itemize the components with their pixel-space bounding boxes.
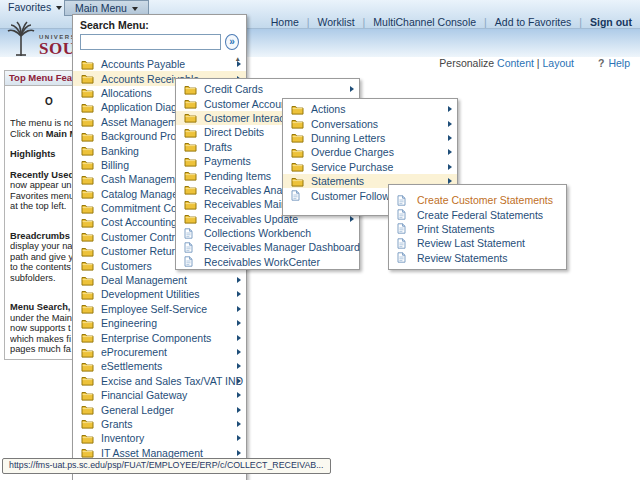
folder-icon <box>81 404 94 415</box>
menu-item-conversations[interactable]: Conversations <box>283 116 457 130</box>
menu-item-credit-cards[interactable]: Credit Cards <box>176 82 359 96</box>
menu-item-label: Payments <box>204 155 251 167</box>
folder-icon <box>81 102 94 113</box>
link-home[interactable]: Home <box>271 16 299 28</box>
menu-item-development-utilities[interactable]: Development Utilities <box>73 287 246 301</box>
menu-item-accounts-payable[interactable]: Accounts Payable <box>73 57 246 71</box>
menu-item-deal-management[interactable]: Deal Management <box>73 273 246 287</box>
folder-icon <box>81 188 94 199</box>
menu-item-create-customer-statements[interactable]: Create Customer Statements <box>389 193 566 207</box>
submenu-arrow-icon <box>448 135 452 141</box>
menu-item-label: Collections Workbench <box>204 227 311 239</box>
submenu-arrow-icon <box>350 216 354 222</box>
menu-item-label: Statements <box>311 175 364 187</box>
folder-icon <box>81 390 94 401</box>
menu-item-label: Conversations <box>311 118 378 130</box>
personalize-content-link[interactable]: Content <box>497 57 534 69</box>
folder-icon <box>81 332 94 343</box>
menu-item-service-purchase[interactable]: Service Purchase <box>283 160 457 174</box>
help-link[interactable]: ?Help <box>598 57 630 69</box>
menu-item-enterprise-components[interactable]: Enterprise Components <box>73 330 246 344</box>
submenu-arrow-icon <box>237 291 241 297</box>
chevron-down-icon <box>132 7 138 11</box>
menu-item-employee-self-service[interactable]: Employee Self-Service <box>73 302 246 316</box>
help-question-icon: ? <box>598 57 604 69</box>
page-icon <box>397 238 410 249</box>
folder-icon <box>184 84 197 95</box>
sign-out-link[interactable]: Sign out <box>590 16 632 28</box>
search-go-button[interactable]: » <box>225 34 239 50</box>
personalize-divider: | <box>537 57 540 69</box>
menu-item-review-last-statement[interactable]: Review Last Statement <box>389 236 566 250</box>
folder-icon <box>184 213 197 224</box>
menu-item-esettlements[interactable]: eSettlements <box>73 359 246 373</box>
folder-icon <box>291 104 304 115</box>
folder-icon <box>81 145 94 156</box>
menu-item-label: Actions <box>311 103 345 115</box>
menu-item-label: General Ledger <box>101 404 174 416</box>
folder-icon <box>184 127 197 138</box>
folder-icon <box>184 141 197 152</box>
menu-item-review-statements[interactable]: Review Statements <box>389 251 566 265</box>
chevron-down-icon <box>56 6 62 10</box>
menu-item-label: Print Statements <box>417 223 495 235</box>
menu-item-print-statements[interactable]: Print Statements <box>389 222 566 236</box>
menu-item-receivables-workcenter[interactable]: Receivables WorkCenter <box>176 255 359 269</box>
menu-item-label: Credit Cards <box>204 83 263 95</box>
folder-icon <box>81 260 94 271</box>
menu-item-label: Allocations <box>101 87 152 99</box>
menu-item-label: Review Last Statement <box>417 237 525 249</box>
menu-item-overdue-charges[interactable]: Overdue Charges <box>283 145 457 159</box>
submenu-arrow-icon <box>448 106 452 112</box>
link-multichannel-console[interactable]: MultiChannel Console <box>373 16 476 28</box>
folder-icon <box>291 161 304 172</box>
folder-icon <box>81 231 94 242</box>
menu-item-label: Dunning Letters <box>311 132 385 144</box>
menu-item-actions[interactable]: Actions <box>283 102 457 116</box>
menu-item-label: Billing <box>101 159 129 171</box>
menu-item-engineering[interactable]: Engineering <box>73 316 246 330</box>
menu-item-excise-and-sales-tax-vat-ind[interactable]: Excise and Sales Tax/VAT IND <box>73 374 246 388</box>
page-icon <box>184 256 197 267</box>
folder-icon <box>81 275 94 286</box>
link-separator: | <box>363 16 366 28</box>
menu-item-eprocurement[interactable]: eProcurement <box>73 345 246 359</box>
submenu-arrow-icon <box>237 435 241 441</box>
menu-item-label: Excise and Sales Tax/VAT IND <box>101 375 243 387</box>
submenu-arrow-icon <box>237 450 241 456</box>
submenu-arrow-icon <box>237 421 241 427</box>
menu-item-general-ledger[interactable]: General Ledger <box>73 402 246 416</box>
folder-icon <box>81 87 94 98</box>
folder-icon <box>81 375 94 386</box>
search-input[interactable] <box>80 34 221 50</box>
menu-item-label: eProcurement <box>101 346 167 358</box>
folder-icon <box>81 131 94 142</box>
menu-item-receivables-manager-dashboard[interactable]: Receivables Manager Dashboard <box>176 240 359 254</box>
menu-item-create-federal-statements[interactable]: Create Federal Statements <box>389 207 566 221</box>
folder-icon <box>184 98 197 109</box>
favorites-menu[interactable]: Favorites <box>8 1 62 13</box>
personalize-layout-link[interactable]: Layout <box>542 57 574 69</box>
menu-item-label: Create Federal Statements <box>417 209 543 221</box>
menu-item-label: Create Customer Statements <box>417 194 553 206</box>
menu-items: Create Customer StatementsCreate Federal… <box>389 185 566 265</box>
menu-item-dunning-letters[interactable]: Dunning Letters <box>283 131 457 145</box>
menu-item-financial-gateway[interactable]: Financial Gateway <box>73 388 246 402</box>
folder-icon <box>81 318 94 329</box>
submenu-arrow-icon <box>237 363 241 369</box>
menu-item-grants[interactable]: Grants <box>73 417 246 431</box>
menu-item-label: Drafts <box>204 141 232 153</box>
menu-item-inventory[interactable]: Inventory <box>73 431 246 445</box>
folder-icon <box>81 73 94 84</box>
menu-item-label: Employee Self-Service <box>101 303 207 315</box>
submenu-arrow-icon <box>448 121 452 127</box>
personalize-row: Personalize Content | Layout <box>439 57 574 69</box>
link-separator: | <box>307 16 310 28</box>
link-add-to-favorites[interactable]: Add to Favorites <box>495 16 571 28</box>
link-worklist[interactable]: Worklist <box>317 16 354 28</box>
status-bar-url: https://fms-uat.ps.sc.edu/psp/FUAT/EMPLO… <box>2 458 331 474</box>
menu-item-label: Deal Management <box>101 274 187 286</box>
folder-icon <box>291 132 304 143</box>
search-menu-label: Search Menu: <box>80 19 239 31</box>
menu-item-collections-workbench[interactable]: Collections Workbench <box>176 226 359 240</box>
